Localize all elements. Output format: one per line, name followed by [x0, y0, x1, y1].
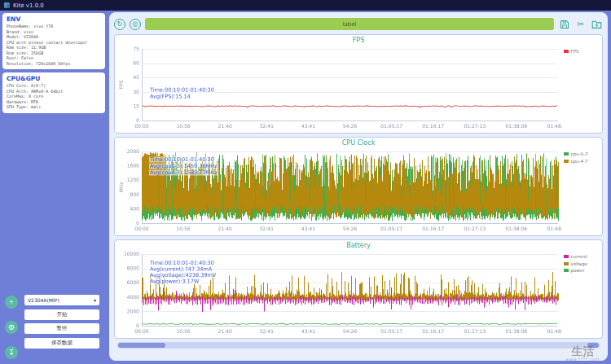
tools-icon: ⚙ — [8, 324, 15, 331]
info-line: Resolution: 720x1600 60fps — [7, 61, 101, 67]
start-button[interactable]: 开始 — [24, 309, 99, 320]
app-icon — [4, 2, 10, 8]
chart-panel-cpu-clock: CPU Clock cpu-0-3cpu-4-7 — [114, 137, 603, 236]
info-line: GPU Type: mali — [7, 104, 101, 110]
main-area: ↻ ◎ label ✂ — [109, 12, 608, 361]
download-icon: ↧ — [8, 349, 15, 357]
app-content: ENV PhoneName: vivo Y78Brand: vivoModel:… — [0, 11, 611, 364]
legend-swatch — [564, 152, 569, 156]
record-button[interactable]: ◎ — [130, 19, 141, 30]
chart-panel-battery: Battery currentvoltagepower — [114, 239, 603, 339]
scissors-icon: ✂ — [577, 20, 583, 29]
cut-button[interactable]: ✂ — [574, 18, 587, 30]
save-data-button[interactable]: 保存数据 — [24, 338, 99, 349]
legend-item[interactable]: voltage — [564, 261, 600, 266]
battery-chart-plot[interactable] — [117, 251, 562, 335]
legend-label: cpu-4-7 — [571, 159, 588, 164]
control-column: V2304A(MIP) ▾ 开始 暂停 保存数据 — [24, 295, 99, 359]
pause-button[interactable]: 暂停 — [24, 323, 99, 334]
device-select-value: V2304A(MIP) — [28, 297, 59, 303]
legend-label: current — [571, 254, 587, 259]
add-button[interactable]: + — [5, 296, 18, 309]
scrollbar-thumb[interactable] — [118, 343, 165, 348]
window-titlebar: Kite v1.0.0 — [0, 0, 611, 11]
cpu-gpu-title: CPU&GPU — [7, 75, 101, 82]
cpu-clock-chart-plot[interactable] — [117, 148, 562, 233]
label-bar[interactable]: label — [145, 18, 554, 30]
fps-chart-legend: FPS — [564, 49, 600, 54]
env-title: ENV — [7, 15, 101, 23]
save-button[interactable] — [558, 18, 570, 30]
tools-button[interactable]: ⚙ — [5, 321, 18, 334]
fps-chart-title: FPS — [116, 36, 600, 46]
sidebar: ENV PhoneName: vivo Y78Brand: vivoModel:… — [0, 11, 108, 364]
legend-label: FPS — [571, 49, 579, 54]
fps-chart-plot[interactable] — [117, 46, 562, 130]
refresh-icon: ↻ — [116, 20, 122, 28]
watermark-url: www.****.com — [565, 357, 600, 362]
legend-label: cpu-0-3 — [571, 151, 588, 156]
cpu-clock-chart-title: CPU Clock — [116, 138, 600, 148]
legend-label: voltage — [571, 261, 588, 266]
chevron-down-icon: ▾ — [94, 297, 96, 303]
save-icon — [560, 20, 569, 29]
window-title: Kite v1.0.0 — [13, 2, 44, 9]
env-info-lines: PhoneName: vivo Y78Brand: vivoModel: V23… — [7, 24, 101, 66]
legend-item[interactable]: power — [564, 268, 600, 273]
legend-swatch — [564, 262, 569, 265]
label-text: label — [343, 21, 357, 28]
legend-swatch — [564, 50, 569, 53]
device-select[interactable]: V2304A(MIP) ▾ — [24, 295, 99, 305]
export-button[interactable] — [591, 18, 603, 30]
legend-swatch — [564, 160, 569, 163]
battery-chart-title: Battery — [116, 241, 600, 251]
legend-item[interactable]: cpu-4-7 — [564, 159, 600, 164]
legend-swatch — [564, 255, 569, 258]
fab-column: + ⚙ ↧ — [5, 295, 18, 359]
cpu-clock-chart-legend: cpu-0-3cpu-4-7 — [564, 151, 600, 164]
chart-panel-fps: FPS FPS — [114, 34, 603, 134]
horizontal-scrollbar[interactable] — [117, 342, 600, 349]
legend-label: power — [571, 268, 585, 273]
legend-swatch — [564, 269, 569, 272]
scrollbar-end-thumb[interactable] — [587, 343, 599, 348]
record-icon: ◎ — [132, 20, 138, 28]
refresh-button[interactable]: ↻ — [114, 19, 125, 30]
sidebar-controls: + ⚙ ↧ V2304A(MIP) ▾ 开始 暂停 保存数据 — [5, 295, 99, 359]
legend-item[interactable]: FPS — [564, 49, 600, 54]
toolbar: ↻ ◎ label ✂ — [114, 17, 603, 31]
plus-icon: + — [9, 299, 13, 306]
battery-chart-legend: currentvoltagepower — [564, 254, 600, 273]
legend-item[interactable]: cpu-0-3 — [564, 151, 600, 156]
cpu-gpu-card: CPU&GPU CPU Core: 8(0-7)CPU Arch: ARMv8-… — [2, 72, 105, 113]
legend-item[interactable]: current — [564, 254, 600, 259]
download-button[interactable]: ↧ — [5, 346, 18, 359]
export-icon — [591, 19, 602, 29]
cpu-gpu-info-lines: CPU Core: 8(0-7)CPU Arch: ARMv8-A 64bitC… — [7, 83, 101, 110]
env-card: ENV PhoneName: vivo Y78Brand: vivoModel:… — [2, 13, 105, 69]
